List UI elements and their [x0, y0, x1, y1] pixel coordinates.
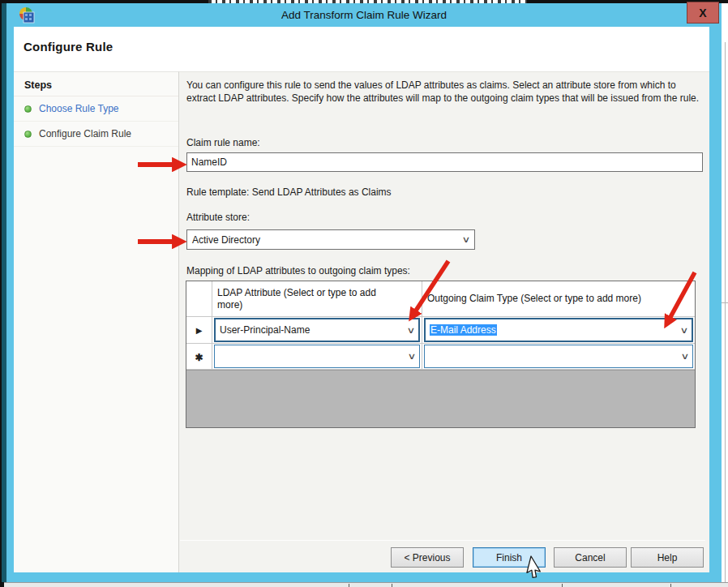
- step-complete-dot-icon: [24, 105, 32, 113]
- adfs-wizard-icon: [17, 6, 35, 24]
- wizard-dialog: Configure Rule Steps Choose Rule Type Co…: [14, 27, 709, 572]
- sidebar-item-configure-claim-rule[interactable]: Configure Claim Rule: [14, 122, 178, 147]
- ldap-attribute-combobox[interactable]: User-Principal-Name ∨: [214, 318, 420, 342]
- background-bottom-corner: [0, 582, 4, 587]
- titlebar[interactable]: Add Transform Claim Rule Wizard X: [6, 3, 722, 27]
- attribute-store-label: Attribute store:: [186, 212, 250, 223]
- outgoing-claim-type-value: E-Mail Address: [430, 324, 497, 336]
- rule-description: You can configure this rule to send the …: [186, 79, 707, 105]
- outgoing-claim-column-header: Outgoing Claim Type (Select or type to a…: [422, 281, 695, 317]
- previous-button[interactable]: < Previous: [391, 547, 464, 568]
- sidebar-item-choose-rule-type[interactable]: Choose Rule Type: [14, 96, 178, 122]
- cancel-button[interactable]: Cancel: [554, 547, 627, 568]
- current-row-arrow-icon: ▶: [196, 326, 203, 335]
- screenshot-root: Add Transform Claim Rule Wizard X Config…: [0, 0, 728, 587]
- new-row-selector-cell: ✱: [186, 344, 212, 370]
- steps-sidebar: Steps Choose Rule Type Configure Claim R…: [14, 71, 179, 572]
- page-title: Configure Rule: [24, 40, 113, 54]
- claim-rule-name-label: Claim rule name:: [186, 137, 260, 148]
- step-complete-dot-icon: [24, 131, 32, 138]
- table-cell: User-Principal-Name ∨: [212, 317, 422, 344]
- steps-heading: Steps: [14, 72, 178, 96]
- ldap-attribute-column-header: LDAP Attribute (Select or type to add mo…: [212, 281, 422, 317]
- row-selector-cell: ▶: [186, 317, 212, 344]
- help-button[interactable]: Help: [631, 547, 704, 568]
- background-right-border-line: [725, 42, 726, 587]
- table-cell: E-Mail Address ∨: [422, 317, 695, 344]
- chevron-down-icon: ∨: [407, 326, 416, 335]
- claim-rule-name-input[interactable]: [186, 152, 703, 172]
- mapping-label: Mapping of LDAP attributes to outgoing c…: [186, 265, 410, 276]
- table-empty-area: [186, 370, 695, 427]
- close-icon: X: [699, 6, 706, 19]
- footer-divider: [180, 540, 705, 541]
- mapping-table: LDAP Attribute (Select or type to add mo…: [186, 281, 696, 428]
- close-button[interactable]: X: [687, 2, 719, 24]
- outgoing-claim-type-combobox[interactable]: E-Mail Address ∨: [424, 318, 693, 342]
- ldap-attribute-combobox-empty[interactable]: ∨: [214, 345, 420, 368]
- finish-button[interactable]: Finish: [473, 547, 546, 568]
- heading-band: Configure Rule: [14, 27, 709, 71]
- table-corner-cell: [186, 281, 212, 317]
- background-bottom-strip: [0, 582, 728, 587]
- table-cell: ∨: [422, 344, 695, 370]
- ldap-attribute-value: User-Principal-Name: [220, 324, 310, 336]
- new-row-asterisk-icon: ✱: [195, 349, 203, 363]
- table-cell: ∨: [212, 344, 422, 370]
- background-right-tick: [722, 302, 728, 303]
- step-label: Configure Claim Rule: [39, 128, 131, 139]
- chevron-down-icon: ∨: [462, 235, 471, 244]
- window-title: Add Transform Claim Rule Wizard: [281, 9, 447, 21]
- wizard-window: Add Transform Claim Rule Wizard X Config…: [6, 3, 722, 582]
- outgoing-claim-type-combobox-empty[interactable]: ∨: [424, 345, 693, 368]
- attribute-store-value: Active Directory: [192, 234, 260, 246]
- step-label: Choose Rule Type: [39, 103, 119, 114]
- rule-template-text: Rule template: Send LDAP Attributes as C…: [186, 186, 392, 198]
- chevron-down-icon: ∨: [681, 352, 690, 361]
- chevron-down-icon: ∨: [408, 352, 417, 361]
- chevron-down-icon: ∨: [680, 326, 689, 335]
- attribute-store-select[interactable]: Active Directory ∨: [186, 229, 475, 250]
- content-pane: You can configure this rule to send the …: [179, 71, 709, 572]
